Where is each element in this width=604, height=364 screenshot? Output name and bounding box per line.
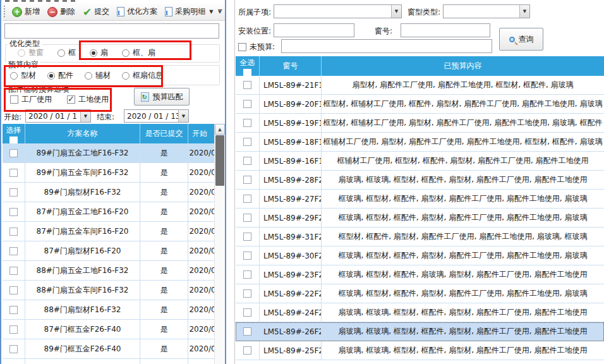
plan-table-row[interactable]: 89#门扇五金工地F16-F32 是 2020/0 xyxy=(3,143,217,163)
submitted-column-header[interactable]: 是否已提交 xyxy=(140,124,188,143)
select-all-checkbox[interactable] xyxy=(243,69,251,76)
sub-item-label: 所属子项: xyxy=(238,7,271,18)
factory-use-checkbox[interactable]: 工厂使用 xyxy=(10,94,52,105)
row-checkbox[interactable] xyxy=(243,157,251,165)
row-checkbox[interactable] xyxy=(9,247,18,255)
scroll-up-button[interactable]: ▲ xyxy=(215,124,225,135)
plan-table-row[interactable]: 88#门扇五金工地F16-F32 是 2020/0 xyxy=(3,261,217,281)
budget-table-row[interactable]: LM5L-89#-18F16 框辅材工厂使用, 扇型材, 扇配件工厂使用, 扇配… xyxy=(236,133,604,152)
radio-frame-sash-info[interactable]: 框扇信息 xyxy=(122,70,163,81)
add-button[interactable]: + 新增 xyxy=(8,4,44,19)
toolbar-overflow-button[interactable]: ▼ xyxy=(216,6,224,18)
row-checkbox[interactable] xyxy=(9,267,18,275)
plan-table-row[interactable]: 87#门扇型材F16-F20 是 2020/0 xyxy=(3,241,217,261)
install-position-input[interactable] xyxy=(274,23,354,37)
plan-table-scrollbar[interactable]: ▲ xyxy=(214,124,225,364)
unbudgeted-checkbox[interactable]: 未预算: xyxy=(238,42,275,52)
dropdown-arrow-icon[interactable]: ▼ xyxy=(178,110,188,122)
row-checkbox[interactable] xyxy=(9,306,18,314)
start-date-picker[interactable]: 2020 / 01 / 1 ▼ xyxy=(25,109,91,123)
plan-table-row[interactable]: 88#门扇五金车间F16-F32 是 2020/0 xyxy=(3,281,217,300)
budget-match-button[interactable]: 预算匹配 xyxy=(134,88,190,106)
start-column-header[interactable]: 开始 xyxy=(188,124,217,143)
row-checkbox[interactable] xyxy=(9,325,18,334)
row-checkbox[interactable] xyxy=(243,233,251,241)
budget-table-row[interactable]: LM5L-89#-25F23 扇玻璃, 框玻璃, 框型材, 框配件, 扇型材, … xyxy=(236,341,604,360)
dropdown-arrow-icon[interactable]: ▼ xyxy=(80,110,90,122)
end-date-picker[interactable]: 2020 / 01 / 13 ▼ xyxy=(124,109,189,123)
radio-sash[interactable]: 扇 xyxy=(90,47,108,58)
row-checkbox[interactable] xyxy=(9,169,18,177)
dropdown-arrow-icon[interactable]: ▼ xyxy=(519,5,529,18)
purchase-detail-button[interactable]: 采购明细 ▼ xyxy=(161,4,217,19)
row-checkbox[interactable] xyxy=(243,289,251,298)
radio-accessory[interactable]: 配件 xyxy=(47,70,73,81)
row-checkbox[interactable] xyxy=(243,119,251,127)
budget-table-row[interactable]: LM5L-89#-31F29 框型材, 框配件, 扇型材, 扇配件工厂使用, 扇… xyxy=(236,228,604,246)
row-checkbox[interactable] xyxy=(243,214,251,222)
row-checkbox[interactable] xyxy=(243,100,251,108)
row-checkbox[interactable] xyxy=(9,188,18,197)
budget-table-row[interactable]: LM5L-89#-23F21 框玻璃, 框型材, 框配件, 扇玻璃, 扇型材, … xyxy=(236,265,604,284)
select-all-checkbox[interactable] xyxy=(9,136,18,143)
toolbar-grip[interactable] xyxy=(4,6,5,18)
radio-frame-sash[interactable]: 框、扇 xyxy=(122,47,155,58)
unbudgeted-input[interactable] xyxy=(281,39,492,53)
plan-table-row[interactable]: 88#门扇型材F16-F32 是 2020/0 xyxy=(3,300,217,320)
plan-table-row[interactable]: 89#门扇型材F16-F32 是 2020/0 xyxy=(3,183,217,202)
window-no-column-header[interactable]: 窗号 xyxy=(260,56,322,76)
radio-profile[interactable]: 型材 xyxy=(10,70,36,81)
budget-table-row[interactable]: LM5L-89#-16F15 框辅材工厂使用, 框型材, 框配件, 扇型材, 扇… xyxy=(236,152,604,171)
window-type-select[interactable]: ▼ xyxy=(443,4,530,18)
row-checkbox[interactable] xyxy=(243,195,251,203)
row-checkbox[interactable] xyxy=(9,149,18,157)
budget-table-row[interactable]: LM5L-89#-24F22 扇玻璃, 框玻璃, 框型材, 框配件, 扇型材, … xyxy=(236,303,604,322)
budget-table-row[interactable]: LM5L-89#-26F24 扇玻璃, 框玻璃, 框型材, 框配件, 扇型材, … xyxy=(236,322,604,341)
budget-table-row[interactable]: LM5L-89#-27F25 框玻璃, 框型材, 框配件, 扇型材, 扇配件工厂… xyxy=(236,190,604,209)
plan-table-row[interactable]: 88#门框五金F21-F40 是 2020/0 xyxy=(3,359,217,364)
row-checkbox[interactable] xyxy=(243,346,251,355)
plan-table-row[interactable]: 87#门扇五金工地F16-F20 是 2020/0 xyxy=(3,202,217,222)
dropdown-arrow-icon[interactable]: ▼ xyxy=(391,5,401,18)
radio-frame[interactable]: 框 xyxy=(57,47,76,58)
budgeted-content-column-header[interactable]: 已预算内容 xyxy=(322,56,604,76)
budget-table-row[interactable]: LM5L-89#-30F28 框玻璃, 框型材, 框配件, 扇型材, 扇配件工厂… xyxy=(236,246,604,265)
select-all-column-header[interactable]: 全选 xyxy=(236,56,260,76)
install-position-label: 安装位置: xyxy=(238,26,271,37)
scrollbar-thumb[interactable] xyxy=(215,135,224,186)
site-use-checkbox[interactable]: 工地使用 xyxy=(67,94,109,105)
row-checkbox[interactable] xyxy=(9,228,18,236)
budget-table-row[interactable]: LM5L-89#-28F26 扇玻璃, 框玻璃, 框型材, 框配件, 扇型材, … xyxy=(236,171,604,190)
plan-table-row[interactable]: 87#门扇五金车间F16-F20 是 2020/0 xyxy=(3,222,217,241)
plan-name-column-header[interactable]: 方案名称 xyxy=(25,124,140,143)
row-checkbox[interactable] xyxy=(9,345,18,353)
radio-auxiliary[interactable]: 辅材 xyxy=(85,70,111,81)
plan-table-row[interactable]: 89#门扇五金车间F16-F32 是 2020/0 xyxy=(3,163,217,183)
budget-table-row[interactable]: LM5L-89#-22F20 框玻璃, 框型材, 框配件, 扇型材, 扇配件工厂… xyxy=(236,284,604,303)
row-checkbox[interactable] xyxy=(243,270,251,279)
submit-button[interactable]: ✔ 提交 xyxy=(79,4,113,19)
optimize-plan-button[interactable]: 优化方案 xyxy=(113,4,161,19)
budget-table-row[interactable]: LM5L-89#-20F18 框型材, 框辅材工厂使用, 框配件, 扇型材, 扇… xyxy=(236,95,604,114)
budget-table-row[interactable]: LM5L-89#-29F27 框玻璃, 框型材, 框配件, 扇型材, 扇配件工厂… xyxy=(236,209,604,228)
plan-table-row[interactable]: 87#门框五金F26-F40 是 2020/0 xyxy=(3,320,217,339)
row-checkbox[interactable] xyxy=(9,286,18,294)
row-checkbox[interactable] xyxy=(243,138,251,146)
delete-button[interactable]: − 删除 xyxy=(44,4,79,19)
plan-table-row[interactable]: 89#门框五金F26-F40 是 2020/0 xyxy=(3,339,217,359)
radio-whole-window[interactable]: 整窗 xyxy=(18,47,44,58)
row-checkbox[interactable] xyxy=(243,327,251,336)
row-checkbox[interactable] xyxy=(243,81,251,89)
row-checkbox[interactable] xyxy=(243,252,251,260)
row-checkbox[interactable] xyxy=(243,176,251,184)
submitted-cell: 是 xyxy=(140,300,188,319)
row-checkbox[interactable] xyxy=(9,208,18,216)
select-column-header[interactable]: 选择 xyxy=(3,124,25,143)
sub-item-select[interactable]: ▼ xyxy=(274,4,402,18)
budget-table-row[interactable]: LM5L-89#-19F17 框型材, 框辅材工厂使用, 扇型材, 扇配件工厂使… xyxy=(236,114,604,133)
budget-table-row[interactable]: LM5L-89#-21F19 扇型材, 扇配件工厂使用, 扇配件工地使用, 框型… xyxy=(236,76,604,95)
row-checkbox[interactable] xyxy=(243,308,251,317)
window-no-input[interactable] xyxy=(401,23,490,37)
query-button[interactable]: 查询 xyxy=(499,28,543,51)
plan-filter-input[interactable] xyxy=(4,23,219,39)
